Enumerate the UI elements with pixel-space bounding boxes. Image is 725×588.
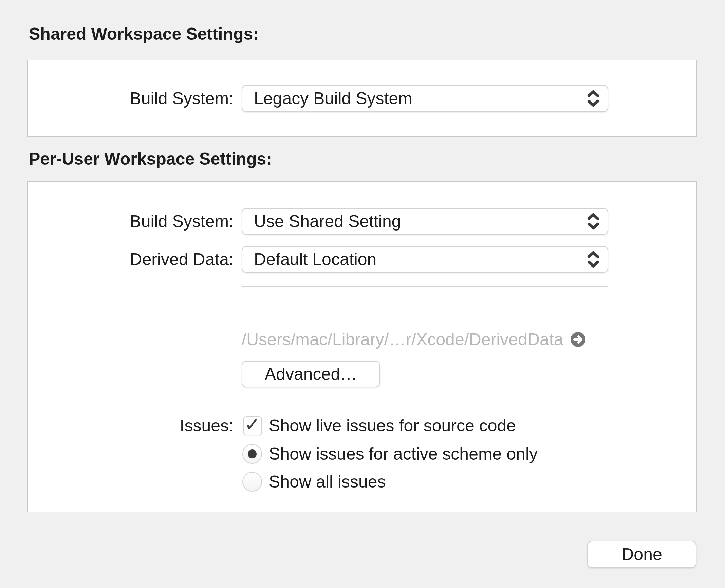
custom-derived-data-location-input[interactable] <box>242 286 608 313</box>
per-user-settings-title: Per-User Workspace Settings: <box>29 149 272 169</box>
chevron-up-down-icon <box>587 212 599 231</box>
per-user-build-system-label: Build System: <box>30 211 234 232</box>
go-to-path-arrow-icon[interactable] <box>570 332 586 347</box>
shared-build-system-value: Legacy Build System <box>254 89 587 108</box>
live-issues-checkbox-label[interactable]: Show live issues for source code <box>269 416 516 436</box>
chevron-up-down-icon <box>587 89 599 108</box>
derived-data-path-row: /Users/mac/Library/…r/Xcode/DerivedData <box>242 330 612 349</box>
shared-settings-title: Shared Workspace Settings: <box>29 24 259 44</box>
shared-build-system-label: Build System: <box>30 88 234 109</box>
radio-show-all-issues[interactable] <box>242 472 262 492</box>
per-user-build-system-popup[interactable]: Use Shared Setting <box>242 208 608 235</box>
derived-data-label: Derived Data: <box>30 249 234 270</box>
radio-show-issues-active-scheme[interactable] <box>242 444 262 464</box>
advanced-button[interactable]: Advanced… <box>242 361 380 387</box>
radio-show-all-issues-label[interactable]: Show all issues <box>269 472 386 492</box>
derived-data-value: Default Location <box>254 250 587 269</box>
chevron-up-down-icon <box>587 250 599 269</box>
checkmark-icon: ✓ <box>244 415 261 434</box>
per-user-build-system-value: Use Shared Setting <box>254 212 587 231</box>
issues-label: Issues: <box>30 416 234 436</box>
derived-data-popup[interactable]: Default Location <box>242 246 608 273</box>
live-issues-checkbox[interactable]: ✓ <box>243 416 262 435</box>
derived-data-path: /Users/mac/Library/…r/Xcode/DerivedData <box>242 330 563 349</box>
shared-build-system-popup[interactable]: Legacy Build System <box>242 85 608 112</box>
radio-dot <box>248 449 257 458</box>
done-button[interactable]: Done <box>587 541 696 568</box>
radio-show-issues-active-scheme-label[interactable]: Show issues for active scheme only <box>269 444 538 464</box>
